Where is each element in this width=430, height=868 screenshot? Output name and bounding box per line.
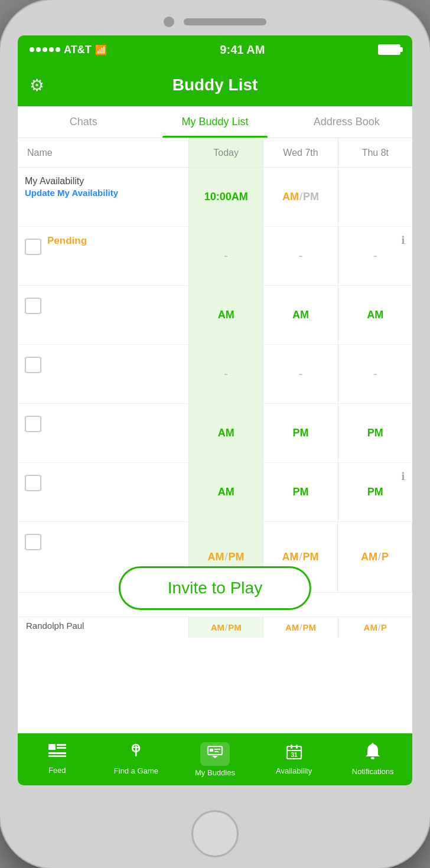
svg-rect-17 [372,743,374,745]
update-availability-link[interactable]: Update My Availability [25,188,118,198]
phone-top-area [164,17,266,27]
row2-wed: AM [263,286,338,344]
nav-feed[interactable]: Feed [18,739,97,779]
my-avail-thu [338,168,412,226]
nav-my-buddies-label: My Buddies [195,768,235,777]
col-header-name: Name [18,138,189,167]
svg-rect-2 [57,747,66,749]
app-header: ⚙ Buddy List [18,64,412,106]
calendar-icon: 31 [286,743,302,764]
table-row: AM AM AM [18,286,412,345]
phone-frame: AT&T 📶 9:41 AM ⚙ Buddy List Chats My Bud… [0,0,430,868]
table-row: My Availability Update My Availability 1… [18,168,412,227]
svg-text:31: 31 [291,752,298,758]
my-availability-label: My Availability [25,176,84,187]
svg-rect-16 [371,757,374,759]
nav-notifications[interactable]: Notifications [333,738,412,781]
table-row: AM PM PM [18,404,412,463]
signal-dots [30,47,60,52]
status-left: AT&T 📶 [30,44,107,56]
col-header-wed: Wed 7th [263,138,338,167]
buddies-icon [206,745,224,763]
partial-row-today: AM/PM [189,617,263,638]
row-checkbox[interactable] [25,475,41,491]
settings-icon[interactable]: ⚙ [30,76,44,95]
row5-today: AM [189,463,263,521]
table-rows: My Availability Update My Availability 1… [18,168,412,733]
partial-last-row: Randolph Paul AM/PM AM/PM AM/P [18,616,412,638]
col-header-thu: Thu 8t [338,138,412,167]
table-row: Pending ℹ - - - [18,227,412,286]
carrier-label: AT&T [64,44,92,56]
row-checkbox[interactable] [25,416,41,432]
nav-feed-label: Feed [48,766,66,775]
nav-my-buddies[interactable]: My Buddies [175,738,255,782]
row2-today: AM [189,286,263,344]
row-checkbox[interactable] [25,534,41,550]
header-title: Buddy List [172,76,258,94]
svg-rect-3 [48,752,66,754]
table-row: ℹ AM PM PM [18,463,412,522]
info-icon[interactable]: ℹ [401,234,405,247]
row-checkbox[interactable] [25,239,41,255]
battery-icon [378,44,400,55]
nav-availability-label: Availability [276,766,312,775]
phone-screen: AT&T 📶 9:41 AM ⚙ Buddy List Chats My Bud… [18,35,412,785]
home-button[interactable] [191,810,239,857]
nav-find-a-game[interactable]: Find a Game [97,739,176,780]
row4-today: AM [189,404,263,462]
column-headers: Name Today Wed 7th Thu 8t [18,138,412,168]
speaker-bar [184,18,266,25]
svg-rect-0 [48,744,56,750]
my-avail-wed: AM/PM [263,168,338,226]
table-row: AM/PM AM/PM AM/P [18,522,412,593]
svg-rect-8 [210,749,213,752]
tab-my-buddy-list[interactable]: My Buddy List [149,106,281,138]
svg-rect-6 [135,746,137,756]
svg-rect-4 [48,755,66,757]
table-area: Name Today Wed 7th Thu 8t My Availabilit… [18,138,412,733]
bottom-nav: Feed Find a Game [18,733,412,785]
row-checkbox[interactable] [25,298,41,314]
pending-label: Pending [47,235,87,247]
svg-rect-12 [291,745,292,749]
tab-chats[interactable]: Chats [18,106,149,138]
nav-find-game-label: Find a Game [114,766,158,775]
info-icon[interactable]: ℹ [401,470,405,483]
invite-button-wrapper: Invite to Play [119,566,311,610]
camera-dot [164,17,174,27]
feed-icon [48,744,66,763]
svg-rect-14 [287,750,301,751]
tabs-bar: Chats My Buddy List Address Book [18,106,412,138]
nav-notifications-label: Notifications [352,767,394,776]
table-row: - - - [18,345,412,404]
status-right [378,44,400,55]
my-avail-name-cell: My Availability Update My Availability [18,168,189,226]
row3-thu: - [338,345,412,403]
row3-name-cell [18,345,189,403]
row2-name-cell [18,286,189,344]
wifi-icon: 📶 [95,44,107,56]
my-avail-today-value: 10:00AM [204,191,248,203]
row6-thu: AM/P [338,522,412,592]
partial-row-wed: AM/PM [263,617,338,638]
partial-row-name: Randolph Paul [18,617,189,638]
col-header-today: Today [189,138,263,167]
nav-availability[interactable]: 31 Availability [255,739,334,780]
row4-thu: PM [338,404,412,462]
row2-thu: AM [338,286,412,344]
row4-name-cell [18,404,189,462]
row3-wed: - [263,345,338,403]
pending-name-cell: Pending ℹ [18,227,189,285]
row5-wed: PM [263,463,338,521]
pending-today-value: - [224,249,228,263]
row-checkbox[interactable] [25,357,41,373]
bell-icon [364,743,381,765]
svg-rect-9 [214,749,220,750]
svg-rect-13 [296,745,298,749]
my-avail-wed-value: AM/PM [282,191,319,203]
svg-rect-10 [214,751,219,752]
svg-rect-1 [57,744,66,746]
invite-to-play-button[interactable]: Invite to Play [119,566,311,610]
tab-address-book[interactable]: Address Book [281,106,412,138]
